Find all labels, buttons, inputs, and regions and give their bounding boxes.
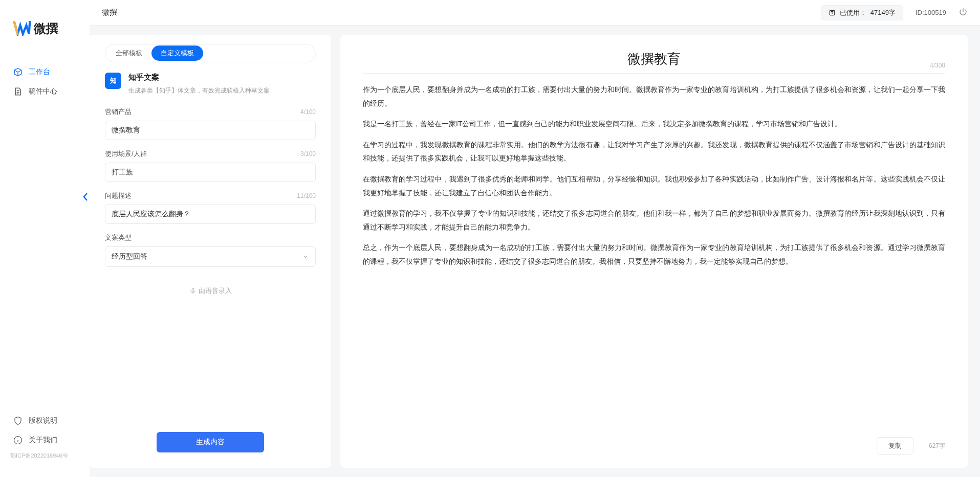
sidebar-item-label: 工作台	[29, 67, 50, 77]
cube-icon	[13, 67, 23, 77]
logo: 微撰	[0, 10, 90, 52]
output-title-counter: 4/300	[930, 62, 945, 69]
field-counter-scene: 3/100	[300, 150, 316, 157]
sidebar-item-copyright[interactable]: 版权说明	[0, 411, 90, 430]
template-description: 生成各类【知乎】体文章，有效完成软植入种草文案	[128, 86, 270, 95]
info-icon	[13, 436, 23, 445]
sidebar-footer: 版权说明 关于我们 鄂ICP备2022016946号	[0, 411, 90, 467]
output-paragraph: 在学习的过程中，我发现微撰教育的课程非常实用。他们的教学方法很有趣，让我对学习产…	[363, 138, 945, 165]
voice-input-hint[interactable]: 由语音录入	[105, 286, 316, 296]
field-label-scene: 使用场景/人群	[105, 149, 147, 158]
microphone-icon	[189, 287, 197, 294]
scene-input[interactable]	[105, 163, 316, 182]
sidebar-item-label: 稿件中心	[29, 87, 57, 96]
text-icon	[829, 9, 836, 16]
tab-all-templates[interactable]: 全部模板	[106, 46, 151, 61]
chevron-down-icon	[302, 253, 309, 260]
zhihu-icon: 知	[105, 73, 121, 89]
power-icon	[959, 7, 968, 16]
logo-icon	[13, 21, 31, 36]
icp-text: 鄂ICP备2022016946号	[0, 450, 90, 462]
field-label-product: 营销产品	[105, 107, 132, 117]
sidebar-item-about[interactable]: 关于我们	[0, 430, 90, 450]
footer-item-label: 关于我们	[29, 436, 57, 445]
output-paragraph: 通过微撰教育的学习，我不仅掌握了专业的知识和技能，还结交了很多志同道合的朋友。他…	[363, 207, 945, 234]
type-select[interactable]: 经历型回答	[105, 246, 316, 267]
word-count: 627字	[929, 442, 945, 450]
topbar-title: 微撰	[102, 8, 117, 17]
output-paragraph: 总之，作为一个底层人民，要想翻身成为一名成功的打工族，需要付出大量的努力和时间。…	[363, 241, 945, 268]
generate-button[interactable]: 生成内容	[157, 432, 264, 452]
document-icon	[13, 87, 23, 96]
usage-value: 47149字	[870, 8, 896, 17]
usage-pill[interactable]: 已使用： 47149字	[821, 5, 903, 20]
copy-button[interactable]: 复制	[877, 437, 913, 455]
topbar: 微撰 已使用： 47149字 ID:100519	[90, 0, 980, 26]
output-body[interactable]: 作为一个底层人民，要想翻身并成为一名成功的打工族，需要付出大量的努力和时间。微撰…	[363, 83, 945, 429]
nav-list: 工作台 稿件中心	[0, 52, 90, 411]
product-input[interactable]	[105, 121, 316, 140]
field-counter-product: 4/100	[300, 108, 316, 116]
shield-icon	[13, 416, 23, 425]
sidebar-item-drafts[interactable]: 稿件中心	[0, 82, 90, 101]
template-title: 知乎文案	[128, 73, 270, 82]
divider	[363, 73, 945, 74]
sidebar: 微撰 工作台 稿件中心 版权说明 关于我们 鄂ICP备2022016946号	[0, 0, 90, 477]
user-id: ID:100519	[916, 9, 946, 16]
template-tabs: 全部模板 自定义模板	[105, 44, 316, 62]
output-paragraph: 作为一个底层人民，要想翻身并成为一名成功的打工族，需要付出大量的努力和时间。微撰…	[363, 83, 945, 110]
logo-text: 微撰	[34, 20, 58, 37]
field-label-problem: 问题描述	[105, 191, 132, 200]
output-title[interactable]: 微撰教育	[363, 50, 945, 68]
field-label-type: 文案类型	[105, 233, 132, 242]
svg-rect-2	[192, 288, 194, 291]
type-select-value: 经历型回答	[112, 252, 147, 261]
template-header: 知 知乎文案 生成各类【知乎】体文章，有效完成软植入种草文案	[105, 73, 316, 95]
problem-input[interactable]	[105, 205, 316, 224]
output-paragraph: 我是一名打工族，曾经在一家IT公司工作，但一直感到自己的能力和职业发展空间有限。…	[363, 117, 945, 131]
field-counter-problem: 11/100	[297, 192, 316, 199]
output-paragraph: 在微撰教育的学习过程中，我遇到了很多优秀的老师和同学。他们互相帮助，分享经验和知…	[363, 172, 945, 199]
sidebar-item-workbench[interactable]: 工作台	[0, 62, 90, 82]
logout-button[interactable]	[959, 7, 968, 18]
tab-custom-templates[interactable]: 自定义模板	[151, 46, 203, 61]
usage-label: 已使用：	[840, 8, 866, 17]
sidebar-collapse-handle[interactable]	[82, 192, 89, 203]
footer-item-label: 版权说明	[29, 416, 57, 425]
form-panel: 全部模板 自定义模板 知 知乎文案 生成各类【知乎】体文章，有效完成软植入种草文…	[90, 35, 331, 468]
output-panel: 微撰教育 4/300 作为一个底层人民，要想翻身并成为一名成功的打工族，需要付出…	[340, 35, 968, 468]
